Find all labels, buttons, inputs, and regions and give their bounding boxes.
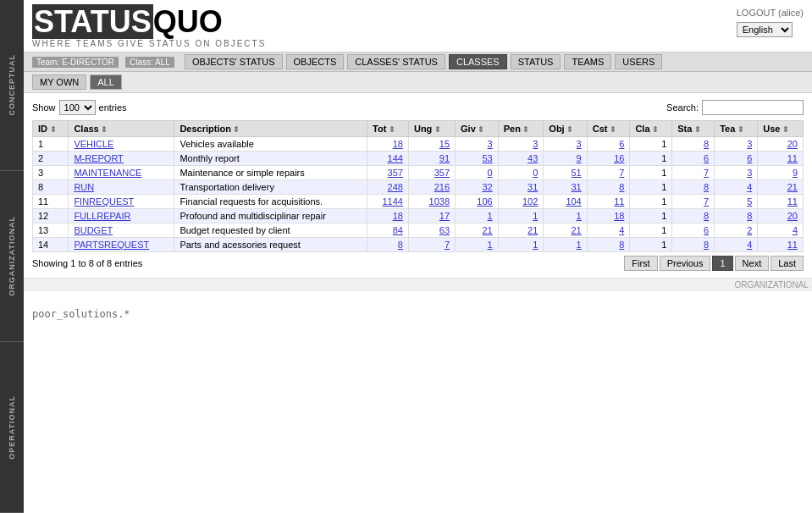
table-cell[interactable]: 6: [672, 223, 715, 238]
table-cell[interactable]: 21: [544, 223, 587, 238]
table-cell[interactable]: 21: [498, 223, 544, 238]
table-cell[interactable]: 91: [408, 152, 455, 166]
table-cell[interactable]: FINREQUEST: [69, 195, 174, 209]
table-cell[interactable]: 18: [587, 209, 630, 223]
col-tea[interactable]: Tea: [715, 121, 758, 137]
table-cell[interactable]: 357: [408, 166, 455, 180]
table-cell[interactable]: 0: [456, 166, 499, 180]
table-cell[interactable]: 5: [715, 195, 758, 209]
table-cell[interactable]: 8: [672, 238, 715, 252]
table-cell[interactable]: 18: [367, 209, 409, 223]
table-cell[interactable]: VEHICLE: [69, 137, 174, 152]
table-cell[interactable]: 7: [587, 166, 630, 180]
col-pen[interactable]: Pen: [498, 121, 544, 137]
table-cell[interactable]: 1: [498, 209, 544, 223]
table-cell[interactable]: 2: [715, 223, 758, 238]
table-cell[interactable]: 3: [456, 137, 499, 152]
table-cell[interactable]: 248: [367, 180, 409, 195]
previous-button[interactable]: Previous: [660, 256, 711, 271]
table-cell[interactable]: 8: [587, 180, 630, 195]
sub-tab-all[interactable]: ALL: [90, 74, 122, 90]
table-cell[interactable]: BUDGET: [69, 223, 174, 238]
logout-link[interactable]: LOGOUT (alice): [737, 8, 804, 18]
table-cell[interactable]: 7: [672, 195, 715, 209]
table-cell[interactable]: 16: [587, 152, 630, 166]
table-cell[interactable]: 17: [408, 209, 455, 223]
table-cell[interactable]: 53: [456, 152, 499, 166]
table-cell[interactable]: 21: [456, 223, 499, 238]
table-cell[interactable]: 18: [367, 137, 409, 152]
tab-classes-status[interactable]: CLASSES' STATUS: [347, 54, 445, 69]
col-description[interactable]: Description: [174, 121, 367, 137]
search-input[interactable]: [702, 100, 804, 115]
table-cell[interactable]: 6: [715, 152, 758, 166]
table-cell[interactable]: 4: [715, 180, 758, 195]
tab-classes[interactable]: CLASSES: [449, 54, 507, 69]
table-cell[interactable]: 31: [498, 180, 544, 195]
show-select[interactable]: 100 25 50: [59, 100, 96, 115]
table-cell[interactable]: 11: [587, 195, 630, 209]
tab-users[interactable]: USERS: [615, 54, 662, 69]
first-button[interactable]: First: [624, 256, 657, 271]
col-cst[interactable]: Cst: [587, 121, 630, 137]
table-cell[interactable]: 8: [587, 238, 630, 252]
table-cell[interactable]: 20: [758, 137, 804, 152]
table-cell[interactable]: 8: [672, 137, 715, 152]
table-cell[interactable]: 31: [544, 180, 587, 195]
next-button[interactable]: Next: [735, 256, 770, 271]
table-cell[interactable]: MAINTENANCE: [69, 166, 174, 180]
table-cell[interactable]: 43: [498, 152, 544, 166]
current-page[interactable]: 1: [712, 256, 732, 271]
table-cell[interactable]: 15: [408, 137, 455, 152]
table-cell[interactable]: 357: [367, 166, 409, 180]
table-cell[interactable]: 4: [715, 238, 758, 252]
table-cell[interactable]: 1: [544, 209, 587, 223]
table-cell[interactable]: 6: [587, 137, 630, 152]
table-cell[interactable]: RUN: [69, 180, 174, 195]
col-tot[interactable]: Tot: [367, 121, 409, 137]
table-cell[interactable]: 4: [758, 223, 804, 238]
table-cell[interactable]: 216: [408, 180, 455, 195]
table-cell[interactable]: 3: [498, 137, 544, 152]
table-cell[interactable]: 32: [456, 180, 499, 195]
table-cell[interactable]: 84: [367, 223, 409, 238]
table-cell[interactable]: 1: [456, 238, 499, 252]
col-sta[interactable]: Sta: [672, 121, 715, 137]
table-cell[interactable]: 3: [544, 137, 587, 152]
col-id[interactable]: ID: [33, 121, 69, 137]
col-use[interactable]: Use: [758, 121, 804, 137]
tab-status[interactable]: STATUS: [511, 54, 561, 69]
table-cell[interactable]: M-REPORT: [69, 152, 174, 166]
col-class[interactable]: Class: [69, 121, 174, 137]
table-cell[interactable]: 63: [408, 223, 455, 238]
table-cell[interactable]: 8: [672, 209, 715, 223]
table-cell[interactable]: PARTSREQUEST: [69, 238, 174, 252]
table-cell[interactable]: 3: [715, 137, 758, 152]
table-cell[interactable]: 1: [544, 238, 587, 252]
last-button[interactable]: Last: [771, 256, 804, 271]
table-cell[interactable]: 9: [758, 166, 804, 180]
col-ung[interactable]: Ung: [408, 121, 455, 137]
table-cell[interactable]: 11: [758, 238, 804, 252]
table-cell[interactable]: 4: [587, 223, 630, 238]
table-cell[interactable]: 8: [715, 209, 758, 223]
table-cell[interactable]: 7: [408, 238, 455, 252]
table-cell[interactable]: 7: [672, 166, 715, 180]
table-cell[interactable]: 1: [498, 238, 544, 252]
table-cell[interactable]: 11: [758, 152, 804, 166]
sub-tab-my-own[interactable]: MY OWN: [32, 74, 86, 90]
table-cell[interactable]: 102: [498, 195, 544, 209]
table-cell[interactable]: 0: [498, 166, 544, 180]
table-cell[interactable]: 8: [672, 180, 715, 195]
tab-objects-status[interactable]: OBJECTS' STATUS: [185, 54, 283, 69]
language-select[interactable]: English French Spanish: [737, 22, 793, 37]
tab-objects[interactable]: OBJECTS: [286, 54, 345, 69]
table-cell[interactable]: 11: [758, 195, 804, 209]
table-cell[interactable]: 6: [672, 152, 715, 166]
table-cell[interactable]: 8: [367, 238, 409, 252]
col-cla[interactable]: Cla: [630, 121, 672, 137]
table-cell[interactable]: 20: [758, 209, 804, 223]
table-cell[interactable]: 144: [367, 152, 409, 166]
table-cell[interactable]: 1: [456, 209, 499, 223]
table-cell[interactable]: 3: [715, 166, 758, 180]
